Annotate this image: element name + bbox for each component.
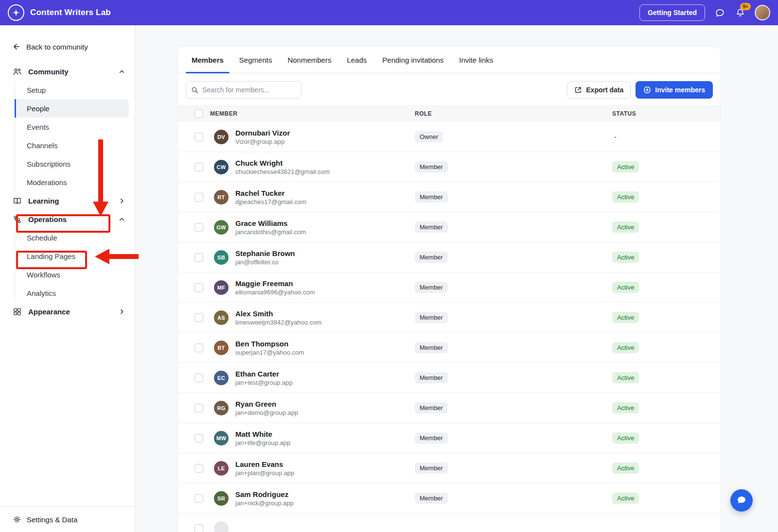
member-avatar: EC bbox=[214, 371, 229, 385]
member-name: Alex Smith bbox=[235, 309, 415, 318]
role-badge: Member bbox=[415, 222, 448, 233]
sidebar-item-workflows[interactable]: Workflows bbox=[15, 265, 129, 284]
sidebar-item-channels[interactable]: Channels bbox=[15, 136, 129, 154]
row-checkbox[interactable] bbox=[194, 343, 203, 352]
notifications-icon[interactable]: 9+ bbox=[734, 7, 746, 18]
sidebar-nav: CommunitySetupPeopleEventsChannelsSubscr… bbox=[0, 62, 135, 321]
table-row[interactable]: MWMatt Whitejan+life@group.appMemberActi… bbox=[178, 423, 721, 453]
row-checkbox[interactable] bbox=[194, 494, 203, 503]
star-icon bbox=[12, 8, 20, 17]
row-checkbox[interactable] bbox=[194, 524, 203, 532]
invite-members-button[interactable]: Invite members bbox=[636, 81, 713, 99]
member-name: Chuck Wright bbox=[235, 159, 415, 167]
status-badge: Active bbox=[612, 222, 639, 233]
table-row[interactable]: GWGrace Williamsjancandothis@gmail.comMe… bbox=[178, 212, 721, 242]
app-title: Content Writers Lab bbox=[30, 8, 111, 17]
search-box[interactable] bbox=[186, 81, 301, 99]
row-checkbox[interactable] bbox=[194, 163, 203, 172]
row-checkbox[interactable] bbox=[194, 404, 203, 412]
status-dash: - bbox=[612, 133, 617, 141]
role-badge: Member bbox=[415, 372, 448, 383]
sidebar-item-landing-pages[interactable]: Landing Pages bbox=[15, 247, 129, 265]
export-data-button[interactable]: Export data bbox=[567, 81, 631, 99]
tab-nonmembers[interactable]: Nonmembers bbox=[282, 47, 337, 73]
select-all-checkbox[interactable] bbox=[194, 109, 203, 118]
tab-invite-links[interactable]: Invite links bbox=[453, 47, 499, 73]
sidebar-item-events[interactable]: Events bbox=[15, 118, 129, 136]
community-icon bbox=[13, 67, 22, 76]
member-avatar: MW bbox=[214, 431, 229, 446]
chat-launcher-button[interactable] bbox=[730, 489, 753, 512]
sidebar-item-people[interactable]: People bbox=[15, 99, 129, 118]
member-email: limesweetjm3842@yahoo.com bbox=[235, 319, 415, 326]
role-badge: Member bbox=[415, 161, 448, 172]
row-checkbox[interactable] bbox=[194, 253, 203, 262]
table-row[interactable]: MFMaggie Freemanellismania9696@yahoo.com… bbox=[178, 273, 721, 303]
row-checkbox[interactable] bbox=[194, 223, 203, 232]
table-row[interactable]: CWChuck Wrightchuckiechesse43821@gmail.c… bbox=[178, 152, 721, 182]
row-checkbox[interactable] bbox=[194, 374, 203, 382]
table-row[interactable]: BTBen Thompsonsuperjan17@yahoo.comMember… bbox=[178, 333, 721, 363]
table-row[interactable]: RGRyan Greenjan+demo@group.appMemberActi… bbox=[178, 393, 721, 423]
member-name: Ryan Green bbox=[235, 400, 415, 408]
member-name: Lauren Evans bbox=[235, 460, 415, 468]
sidebar-item-schedule[interactable]: Schedule bbox=[15, 228, 129, 247]
member-email: jan+life@group.app bbox=[235, 439, 415, 446]
sidebar-item-settings-data[interactable]: Settings & Data bbox=[0, 506, 135, 532]
member-email: jan+test@group.app bbox=[235, 379, 415, 386]
row-checkbox[interactable] bbox=[194, 283, 203, 292]
tabs: MembersSegmentsNonmembersLeadsPending in… bbox=[178, 47, 721, 73]
table-row[interactable]: ECEthan Carterjan+test@group.appMemberAc… bbox=[178, 363, 721, 393]
sidebar-section-operations[interactable]: Operations bbox=[0, 210, 135, 228]
operations-icon bbox=[13, 215, 22, 224]
tab-segments[interactable]: Segments bbox=[233, 47, 278, 73]
member-email: superjan17@yahoo.com bbox=[235, 349, 415, 356]
sidebar-item-setup[interactable]: Setup bbox=[15, 81, 129, 99]
role-badge: Owner bbox=[415, 131, 443, 142]
sidebar-section-learning[interactable]: Learning bbox=[0, 191, 135, 210]
row-checkbox[interactable] bbox=[194, 434, 203, 443]
tab-members[interactable]: Members bbox=[186, 47, 230, 73]
row-checkbox[interactable] bbox=[194, 193, 203, 202]
getting-started-button[interactable]: Getting Started bbox=[639, 4, 705, 21]
table-row[interactable]: ASAlex Smithlimesweetjm3842@yahoo.comMem… bbox=[178, 303, 721, 333]
table-row[interactable]: LELauren Evansjan+plan@group.appMemberAc… bbox=[178, 453, 721, 483]
member-email: ellismania9696@yahoo.com bbox=[235, 289, 415, 296]
sidebar-section-appearance[interactable]: Appearance bbox=[0, 302, 135, 321]
role-badge: Member bbox=[415, 493, 448, 504]
member-avatar: CW bbox=[214, 160, 229, 174]
messages-icon[interactable] bbox=[714, 7, 725, 18]
chat-bubble-icon bbox=[736, 495, 747, 506]
table-row[interactable]: RTRachel Tuckerdjpeaches17@gmail.comMemb… bbox=[178, 182, 721, 212]
member-email: jan+nick@group.app bbox=[235, 499, 415, 507]
table-row-partial bbox=[178, 514, 721, 532]
sidebar-section-community[interactable]: Community bbox=[0, 62, 135, 81]
role-badge: Member bbox=[415, 432, 448, 444]
member-avatar: SB bbox=[214, 250, 229, 265]
member-name: Sam Rodriguez bbox=[235, 490, 415, 498]
user-avatar[interactable] bbox=[755, 5, 770, 20]
table-header: MEMBER ROLE STATUS bbox=[178, 105, 721, 122]
sidebar-item-moderations[interactable]: Moderations bbox=[15, 173, 129, 191]
row-checkbox[interactable] bbox=[194, 133, 203, 141]
sidebar-item-subscriptions[interactable]: Subscriptions bbox=[15, 154, 129, 173]
tab-leads[interactable]: Leads bbox=[341, 47, 372, 73]
table-row[interactable]: SRSam Rodriguezjan+nick@group.appMemberA… bbox=[178, 483, 721, 514]
tab-pending-invitations[interactable]: Pending invitations bbox=[376, 47, 449, 73]
notification-badge: 9+ bbox=[740, 3, 751, 10]
export-icon bbox=[574, 86, 582, 94]
table-row[interactable]: SBStephanie Brownjan@offkilter.coMemberA… bbox=[178, 242, 721, 273]
member-email: djpeaches17@gmail.com bbox=[235, 198, 415, 206]
chevron-right-icon bbox=[119, 309, 125, 315]
back-to-community[interactable]: Back to community bbox=[0, 37, 135, 56]
status-badge: Active bbox=[612, 252, 639, 263]
search-input[interactable] bbox=[202, 86, 296, 94]
member-avatar: SR bbox=[214, 491, 229, 506]
row-checkbox[interactable] bbox=[194, 464, 203, 473]
row-checkbox[interactable] bbox=[194, 313, 203, 322]
sidebar-item-analytics[interactable]: Analytics bbox=[15, 284, 129, 302]
member-email: Vizor@group.app bbox=[235, 138, 415, 145]
table-row[interactable]: DVDornubari VizorVizor@group.appOwner- bbox=[178, 122, 721, 152]
member-avatar: DV bbox=[214, 130, 229, 144]
app-logo[interactable] bbox=[8, 4, 24, 21]
